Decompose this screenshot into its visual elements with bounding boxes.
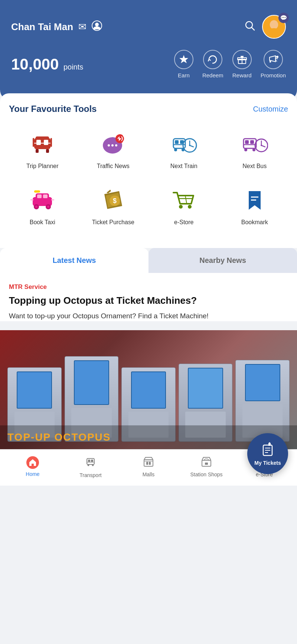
svg-point-40 — [174, 148, 177, 151]
promotion-icon — [264, 50, 283, 69]
tool-bookmark[interactable]: Bookmark — [221, 181, 288, 230]
svg-rect-30 — [50, 138, 52, 147]
news-content: MTR Service Topping up Octopus at Ticket… — [0, 273, 297, 321]
svg-rect-83 — [149, 462, 151, 465]
tools-title: Your Favourite Tools — [9, 104, 97, 114]
earn-label: Earn — [178, 72, 190, 78]
message-icon[interactable]: ✉ — [78, 21, 87, 33]
news-category: MTR Service — [9, 283, 288, 291]
quick-action-promotion[interactable]: Promotion — [261, 50, 286, 78]
svg-rect-25 — [44, 140, 48, 145]
traffic-news-label: Traffic News — [97, 162, 130, 170]
book-taxi-icon — [27, 185, 57, 215]
svg-line-72 — [185, 196, 187, 204]
tools-section: Your Favourite Tools Customize Trip Plan… — [0, 93, 297, 248]
svg-marker-12 — [179, 55, 188, 63]
svg-line-55 — [261, 145, 265, 147]
svg-rect-7 — [267, 29, 281, 38]
quick-actions: Earn Redeem — [174, 50, 286, 78]
svg-point-70 — [188, 205, 192, 209]
avatar[interactable] — [262, 15, 286, 39]
news-image: TOP-UP OCTOPUS — [0, 330, 297, 449]
svg-rect-29 — [33, 138, 34, 147]
nav-malls-label: Malls — [143, 471, 155, 477]
svg-point-51 — [252, 148, 255, 151]
redeem-icon — [203, 50, 222, 69]
svg-point-10 — [283, 17, 284, 18]
nav-station-shops[interactable]: Station Shops — [177, 456, 235, 477]
e-store-icon — [169, 185, 199, 215]
quick-action-reward[interactable]: Reward — [232, 50, 252, 78]
nav-transport-label: Transport — [79, 472, 101, 478]
svg-rect-76 — [88, 460, 90, 462]
promotion-label: Promotion — [261, 72, 286, 78]
user-name: Chan Tai Man — [11, 21, 73, 33]
profile-icon[interactable] — [92, 20, 102, 33]
e-store-label: e-Store — [174, 219, 193, 226]
tool-next-train[interactable]: Next Train — [150, 125, 218, 174]
earn-icon — [174, 50, 193, 69]
svg-rect-27 — [36, 149, 39, 153]
svg-rect-24 — [36, 140, 41, 145]
svg-point-79 — [88, 464, 89, 466]
news-subtitle: Want to top-up your Octopus Ornament? Fi… — [9, 311, 288, 321]
tab-nearby-news[interactable]: Nearby News — [148, 248, 297, 273]
nav-malls[interactable]: Malls — [120, 456, 177, 477]
redeem-label: Redeem — [202, 72, 223, 78]
header: Chan Tai Man ✉ — [0, 0, 297, 101]
svg-line-45 — [190, 145, 193, 147]
svg-rect-59 — [43, 194, 48, 198]
svg-point-9 — [282, 17, 283, 18]
svg-point-62 — [35, 206, 37, 208]
svg-point-50 — [244, 148, 247, 151]
svg-rect-28 — [46, 149, 49, 153]
svg-point-11 — [285, 17, 285, 18]
svg-point-32 — [111, 144, 114, 146]
next-bus-icon — [240, 129, 270, 159]
transport-icon — [85, 455, 97, 470]
bottom-nav: Home Transport Malls — [0, 449, 297, 486]
nav-station-shops-label: Station Shops — [190, 471, 222, 477]
news-title: Topping up Octopus at Ticket Machines? — [9, 294, 288, 307]
bookmark-label: Bookmark — [241, 219, 268, 226]
next-train-label: Next Train — [170, 162, 198, 170]
svg-point-33 — [108, 144, 110, 146]
tool-trip-planner[interactable]: Trip Planner — [9, 125, 76, 174]
malls-icon — [143, 456, 154, 469]
tool-book-taxi[interactable]: Book Taxi — [9, 181, 76, 230]
book-taxi-label: Book Taxi — [30, 219, 55, 226]
tool-ticket-purchase[interactable]: $ Ticket Purchase — [80, 181, 147, 230]
reward-label: Reward — [232, 72, 252, 78]
svg-point-21 — [276, 56, 278, 58]
quick-action-earn[interactable]: Earn — [174, 50, 193, 78]
traffic-news-icon — [98, 129, 128, 159]
tool-next-bus[interactable]: Next Bus — [221, 125, 288, 174]
home-icon — [26, 456, 39, 469]
svg-point-5 — [270, 20, 278, 29]
svg-rect-37 — [175, 140, 179, 144]
svg-rect-81 — [144, 460, 153, 466]
svg-rect-86 — [205, 463, 208, 465]
svg-text:$: $ — [113, 197, 117, 205]
svg-rect-66 — [34, 190, 40, 193]
my-tickets-label: My Tickets — [254, 460, 281, 466]
nav-home-label: Home — [26, 471, 39, 477]
svg-rect-47 — [245, 140, 249, 144]
svg-rect-82 — [146, 462, 148, 465]
quick-action-redeem[interactable]: Redeem — [202, 50, 223, 78]
ticket-purchase-icon: $ — [98, 185, 128, 215]
tab-latest-news[interactable]: Latest News — [0, 248, 148, 273]
svg-point-34 — [115, 144, 117, 146]
nav-home[interactable]: Home — [4, 456, 62, 477]
my-tickets-fab[interactable]: My Tickets — [247, 433, 288, 474]
ticket-purchase-label: Ticket Purchase — [92, 219, 134, 226]
svg-point-69 — [179, 205, 183, 209]
tools-grid: Trip Planner Traffic News — [9, 125, 288, 230]
nav-transport[interactable]: Transport — [62, 455, 120, 478]
tool-traffic-news[interactable]: Traffic News — [80, 125, 147, 174]
bookmark-icon — [240, 185, 270, 215]
customize-link[interactable]: Customize — [253, 105, 288, 113]
tool-e-store[interactable]: e-Store — [150, 181, 218, 230]
points-number: 10,000 — [11, 55, 59, 73]
search-icon[interactable] — [244, 20, 255, 34]
